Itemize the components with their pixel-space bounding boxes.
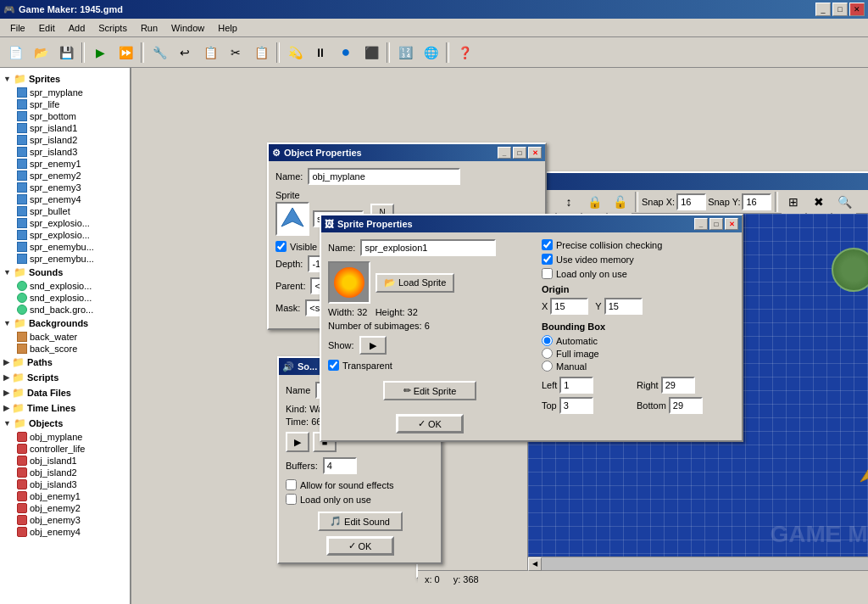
- sidebar-section-objects[interactable]: ▼ 📁 Objects: [0, 416, 130, 431]
- tree-item-obj-island2[interactable]: obj_island2: [0, 467, 130, 478]
- toolbar-btn-6[interactable]: ✂: [224, 41, 248, 64]
- snap-x-input[interactable]: [676, 193, 706, 210]
- bbox-top-input[interactable]: [559, 397, 593, 414]
- tree-item-back-water[interactable]: back_water: [0, 331, 130, 343]
- sidebar-section-datafiles[interactable]: ▶ 📁 Data Files: [0, 385, 130, 400]
- bbox-left-input[interactable]: [559, 377, 593, 394]
- room-lock-icon[interactable]: 🔒: [582, 190, 606, 214]
- tree-item-spr-explo2[interactable]: spr_explosio...: [0, 229, 130, 241]
- toolbar-run-debug[interactable]: ⏩: [114, 41, 137, 64]
- sound-buffers-input[interactable]: [323, 457, 357, 474]
- edit-sprite-button[interactable]: ✏ Edit Sprite: [383, 381, 476, 400]
- obj-visible-checkbox[interactable]: [275, 241, 287, 252]
- toolbar-run[interactable]: ▶: [88, 41, 112, 64]
- load-sprite-button[interactable]: 📂 Load Sprite: [376, 273, 454, 293]
- sprite-props-minimize[interactable]: _: [694, 218, 708, 230]
- toolbar-open[interactable]: 📂: [29, 41, 53, 64]
- scroll-h-track[interactable]: [542, 557, 868, 570]
- bbox-bottom-input[interactable]: [669, 397, 703, 414]
- toolbar-btn-13[interactable]: 🌐: [419, 41, 442, 64]
- menu-scripts[interactable]: Scripts: [92, 21, 134, 35]
- room-zoom-icon[interactable]: 🔍: [832, 190, 856, 214]
- sound-play-button[interactable]: ▶: [286, 432, 309, 452]
- sound-effects-checkbox[interactable]: [286, 479, 297, 490]
- toolbar-new[interactable]: 📄: [3, 41, 27, 64]
- sound-ok-button[interactable]: ✓ OK: [326, 536, 394, 556]
- scroll-left-btn[interactable]: ◀: [528, 557, 542, 571]
- bbox-right-input[interactable]: [661, 377, 695, 394]
- tree-item-spr-enemybu1[interactable]: spr_enemybu...: [0, 241, 130, 253]
- maximize-button[interactable]: □: [832, 3, 848, 16]
- toolbar-btn-10[interactable]: ●: [334, 41, 358, 64]
- menu-file[interactable]: File: [3, 21, 32, 35]
- toolbar-btn-7[interactable]: 📋: [249, 41, 273, 64]
- room-resize-icon[interactable]: ↕: [557, 190, 581, 214]
- tree-item-snd-explo2[interactable]: snd_explosio...: [0, 292, 130, 304]
- toolbar-btn-8[interactable]: 💫: [283, 41, 307, 64]
- menu-help[interactable]: Help: [211, 21, 244, 35]
- tree-item-spr-enemybu2[interactable]: spr_enemybu...: [0, 253, 130, 265]
- sidebar-section-sprites[interactable]: ▼ 📁 Sprites: [0, 71, 130, 87]
- tree-item-spr-enemy4[interactable]: spr_enemy4: [0, 193, 130, 205]
- toolbar-save[interactable]: 💾: [54, 41, 78, 64]
- close-button[interactable]: ✕: [849, 3, 865, 16]
- tree-item-obj-enemy1[interactable]: obj_enemy1: [0, 490, 130, 502]
- bb-fullimage-radio[interactable]: [542, 348, 553, 359]
- tree-item-spr-myplane[interactable]: spr_myplane: [0, 87, 130, 98]
- toolbar-btn-9[interactable]: ⏸: [309, 41, 332, 64]
- tree-item-snd-back[interactable]: snd_back.gro...: [0, 304, 130, 316]
- toolbar-help[interactable]: ❓: [453, 41, 476, 64]
- load-only-checkbox[interactable]: [542, 268, 553, 279]
- sprite-ok-button[interactable]: ✓ OK: [396, 414, 464, 433]
- video-memory-checkbox[interactable]: [542, 254, 553, 265]
- tree-item-controller-life[interactable]: controller_life: [0, 443, 130, 455]
- precise-collision-checkbox[interactable]: [542, 239, 553, 250]
- tree-item-obj-island3[interactable]: obj_island3: [0, 478, 130, 490]
- sprite-transparent-checkbox[interactable]: [328, 360, 339, 371]
- snap-y-input[interactable]: [742, 193, 771, 210]
- tree-item-spr-island3[interactable]: spr_island3: [0, 146, 130, 158]
- sidebar-section-backgrounds[interactable]: ▼ 📁 Backgrounds: [0, 316, 130, 331]
- tree-item-spr-enemy3[interactable]: spr_enemy3: [0, 182, 130, 193]
- tree-item-spr-enemy1[interactable]: spr_enemy1: [0, 158, 130, 170]
- sidebar-section-sounds[interactable]: ▼ 📁 Sounds: [0, 265, 130, 280]
- sprite-props-maximize[interactable]: □: [709, 218, 723, 230]
- menu-window[interactable]: Window: [164, 21, 211, 35]
- origin-x-input[interactable]: [550, 298, 588, 315]
- tree-item-back-score[interactable]: back_score: [0, 343, 130, 355]
- tree-item-spr-island2[interactable]: spr_island2: [0, 134, 130, 146]
- room-grid-icon[interactable]: ⊞: [782, 190, 805, 214]
- tree-item-spr-bullet[interactable]: spr_bullet: [0, 205, 130, 217]
- room-unlock-icon[interactable]: 🔓: [608, 190, 632, 214]
- tree-item-spr-life[interactable]: spr_life: [0, 98, 130, 110]
- edit-sound-button[interactable]: 🎵 Edit Sound: [318, 512, 403, 531]
- tree-item-obj-enemy3[interactable]: obj_enemy3: [0, 514, 130, 526]
- sprite-name-input[interactable]: [360, 239, 496, 256]
- minimize-button[interactable]: _: [815, 3, 831, 16]
- toolbar-btn-5[interactable]: 📋: [198, 41, 222, 64]
- tree-item-spr-explo1[interactable]: spr_explosio...: [0, 217, 130, 229]
- toolbar-btn-4[interactable]: ↩: [173, 41, 197, 64]
- sidebar-section-paths[interactable]: ▶ 📁 Paths: [0, 355, 130, 370]
- tree-item-spr-enemy2[interactable]: spr_enemy2: [0, 170, 130, 182]
- menu-edit[interactable]: Edit: [32, 21, 62, 35]
- toolbar-btn-12[interactable]: 🔢: [393, 41, 417, 64]
- tree-item-obj-enemy2[interactable]: obj_enemy2: [0, 502, 130, 514]
- bb-manual-radio[interactable]: [542, 361, 553, 372]
- obj-name-input[interactable]: [308, 168, 460, 185]
- tree-item-obj-myplane[interactable]: obj_myplane: [0, 431, 130, 443]
- room-nosnap-icon[interactable]: ✖: [807, 190, 831, 214]
- obj-props-minimize[interactable]: _: [498, 147, 511, 159]
- sprite-props-close[interactable]: ✕: [725, 218, 738, 230]
- tree-item-obj-enemy4[interactable]: obj_enemy4: [0, 526, 130, 538]
- bb-automatic-radio[interactable]: [542, 335, 553, 346]
- sidebar-section-scripts[interactable]: ▶ 📁 Scripts: [0, 370, 130, 385]
- obj-props-maximize[interactable]: □: [513, 147, 526, 159]
- sound-load-only-checkbox[interactable]: [286, 494, 297, 505]
- tree-item-obj-island1[interactable]: obj_island1: [0, 455, 130, 467]
- obj-props-close[interactable]: ✕: [528, 147, 542, 159]
- tree-item-snd-explo1[interactable]: snd_explosio...: [0, 280, 130, 292]
- menu-add[interactable]: Add: [62, 21, 92, 35]
- origin-y-input[interactable]: [604, 298, 643, 315]
- tree-item-spr-bottom[interactable]: spr_bottom: [0, 110, 130, 122]
